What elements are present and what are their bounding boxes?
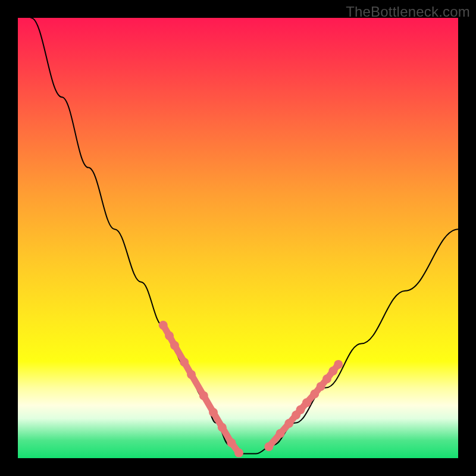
curve-dots-left — [159, 321, 243, 458]
watermark-text: TheBottleneck.com — [346, 4, 470, 20]
curve-dots-right — [264, 360, 343, 451]
bottleneck-curve — [31, 18, 458, 454]
dot-marker — [334, 360, 343, 369]
chart-frame: TheBottleneck.com — [0, 0, 476, 476]
chart-svg — [18, 18, 458, 458]
chart-plot-area — [18, 18, 458, 458]
dot-marker — [234, 449, 243, 458]
